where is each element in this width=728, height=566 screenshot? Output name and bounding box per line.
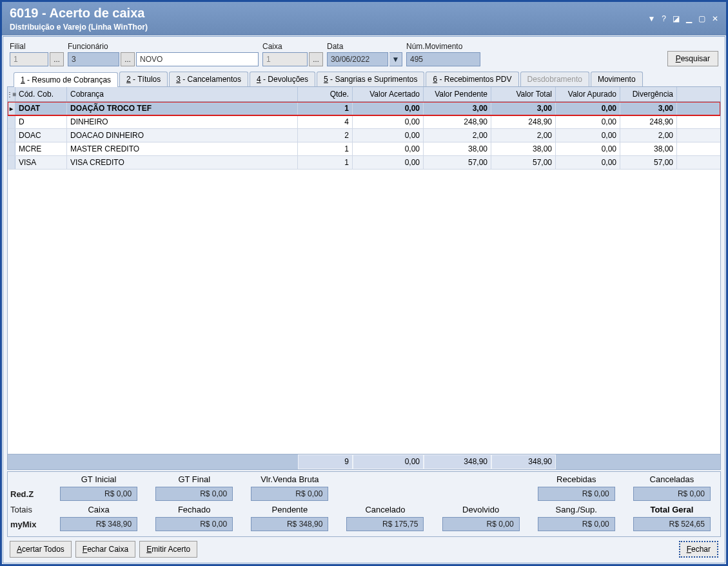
bottom-button-bar: Acertar Todos Fechar Caixa Emitir Acerto… xyxy=(7,537,721,559)
data-dropdown-icon[interactable]: ▼ xyxy=(389,52,402,66)
titlebar: 6019 - Acerto de caixa Distribuição e Va… xyxy=(2,2,726,35)
fechar-button[interactable]: Fechar xyxy=(679,541,718,558)
col-header-qtde[interactable]: Qtde. xyxy=(298,87,353,101)
col-header-valor-total[interactable]: Valor Total xyxy=(491,87,556,101)
cell-vap: 0,00 xyxy=(556,115,620,128)
tab[interactable]: 5 - Sangrias e Suprimentos xyxy=(317,72,424,86)
help-icon[interactable]: ? xyxy=(662,14,666,23)
dropdown-icon[interactable]: ▼ xyxy=(647,14,655,23)
col-header-valor-pendente[interactable]: Valor Pendente xyxy=(424,87,491,101)
cell-vp: 38,00 xyxy=(424,142,491,155)
tab[interactable]: 2 - Títulos xyxy=(119,72,168,86)
emitir-acerto-button[interactable]: Emitir Acerto xyxy=(139,541,197,558)
pendente-label: Pendente xyxy=(272,505,308,514)
content-area: Filial 1 … Funcionário 3 … NOVO Caixa 1 … xyxy=(3,36,725,563)
table-row[interactable]: ▸DOATDOAÇÃO TROCO TEF10,003,003,000,003,… xyxy=(8,102,720,115)
cell-vt: 3,00 xyxy=(491,102,556,115)
total-geral-value: R$ 524,65 xyxy=(633,517,711,531)
col-header-valor-acertado[interactable]: Valor Acertado xyxy=(353,87,424,101)
cancelado-value: R$ 175,75 xyxy=(346,517,424,531)
cell-vp: 3,00 xyxy=(424,102,491,115)
gt-inicial-label: GT Inicial xyxy=(81,474,117,484)
cell-cob: MASTER CREDITO xyxy=(67,142,298,155)
app-window: 6019 - Acerto de caixa Distribuição e Va… xyxy=(0,0,728,566)
cell-qtde: 4 xyxy=(298,115,353,128)
row-indicator xyxy=(8,115,15,128)
row-indicator xyxy=(8,142,15,155)
num-mov-label: Núm.Movimento xyxy=(406,42,480,51)
funcionario-name: NOVO xyxy=(136,52,259,66)
sang-value: R$ 0,00 xyxy=(538,517,615,531)
cell-va: 0,00 xyxy=(353,102,424,115)
grid-selector-header[interactable]: ⋮≡ xyxy=(8,87,15,101)
footer-valor-pendente: 348,90 xyxy=(424,454,491,469)
cell-div: 248,90 xyxy=(620,115,677,128)
fechar-caixa-button[interactable]: Fechar Caixa xyxy=(75,541,135,558)
mymix-label: myMix xyxy=(10,520,49,529)
filter-form: Filial 1 … Funcionário 3 … NOVO Caixa 1 … xyxy=(7,41,721,72)
window-controls: ▼ ? ◪ ▁ ▢ ✕ xyxy=(647,14,718,23)
row-indicator xyxy=(8,156,15,169)
gt-final-value: R$ 0,00 xyxy=(155,487,233,501)
redz-label: Red.Z xyxy=(10,489,49,499)
pesquisar-button[interactable]: Pesquisar xyxy=(667,51,718,66)
filial-input[interactable]: 1 xyxy=(10,52,48,66)
tab-bar: 1 - Resumo de Cobranças2 - Títulos3 - Ca… xyxy=(7,72,721,86)
col-header-cod[interactable]: Cód. Cob. xyxy=(15,87,67,101)
filial-lookup-button[interactable]: … xyxy=(50,52,64,66)
tab[interactable]: 4 - Devoluções xyxy=(250,72,315,86)
funcionario-lookup-button[interactable]: … xyxy=(121,52,135,66)
filial-label: Filial xyxy=(10,42,64,51)
cell-div: 57,00 xyxy=(620,156,677,169)
edit-icon[interactable]: ◪ xyxy=(673,14,680,23)
cell-cob: DOAÇÃO TROCO TEF xyxy=(67,102,298,115)
cell-vt: 38,00 xyxy=(491,142,556,155)
gt-final-label: GT Final xyxy=(178,474,210,484)
data-input[interactable]: 30/06/2022 xyxy=(327,52,388,66)
cell-vt: 248,90 xyxy=(491,115,556,128)
footer-valor-acertado: 0,00 xyxy=(353,454,424,469)
acertar-todos-button[interactable]: Acertar Todos xyxy=(10,541,72,558)
tab[interactable]: 3 - Cancelamentos xyxy=(169,72,248,86)
maximize-icon[interactable]: ▢ xyxy=(698,14,705,23)
window-title: 6019 - Acerto de caixa xyxy=(10,6,148,21)
recebidas-value: R$ 0,00 xyxy=(538,487,615,501)
tab[interactable]: 6 - Recebimentos PDV xyxy=(426,72,518,86)
funcionario-input[interactable]: 3 xyxy=(68,52,119,66)
table-row[interactable]: MCREMASTER CREDITO10,0038,0038,000,0038,… xyxy=(8,142,720,156)
caixa-sum-label: Caixa xyxy=(88,505,109,514)
grid: ⋮≡ Cód. Cob. Cobrança Qtde. Valor Acerta… xyxy=(7,86,721,470)
col-header-valor-apurado[interactable]: Valor Apurado xyxy=(556,87,620,101)
tab[interactable]: 1 - Resumo de Cobranças xyxy=(14,72,118,87)
minimize-icon[interactable]: ▁ xyxy=(686,14,692,23)
cell-va: 0,00 xyxy=(353,129,424,142)
table-row[interactable]: VISAVISA CREDITO10,0057,0057,000,0057,00 xyxy=(8,156,720,170)
table-row[interactable]: DDINHEIRO40,00248,90248,900,00248,90 xyxy=(8,115,720,129)
cell-vap: 0,00 xyxy=(556,142,620,155)
tab: Desdobramento xyxy=(520,72,589,86)
gt-inicial-value: R$ 0,00 xyxy=(60,487,137,501)
num-mov-input[interactable]: 495 xyxy=(406,52,480,66)
close-icon[interactable]: ✕ xyxy=(712,14,718,23)
caixa-input[interactable]: 1 xyxy=(262,52,308,66)
sang-label: Sang./Sup. xyxy=(556,505,597,514)
grid-body[interactable]: ▸DOATDOAÇÃO TROCO TEF10,003,003,000,003,… xyxy=(8,102,720,454)
footer-valor-total: 348,90 xyxy=(491,454,556,469)
cell-vt: 2,00 xyxy=(491,129,556,142)
cell-qtde: 1 xyxy=(298,142,353,155)
cell-vap: 0,00 xyxy=(556,156,620,169)
caixa-lookup-button[interactable]: … xyxy=(309,52,323,66)
pendente-value: R$ 348,90 xyxy=(251,517,328,531)
fechado-label: Fechado xyxy=(178,505,211,514)
tab[interactable]: Movimento xyxy=(591,72,643,86)
cancelado-label: Cancelado xyxy=(365,505,405,514)
col-header-divergencia[interactable]: Divergência xyxy=(620,87,677,101)
cell-cod: D xyxy=(15,115,67,128)
summary-panel: GT Inicial GT Final Vlr.Venda Bruta Rece… xyxy=(7,471,721,537)
grid-footer: 9 0,00 348,90 348,90 xyxy=(8,454,720,469)
caixa-value: R$ 348,90 xyxy=(60,517,137,531)
cell-qtde: 1 xyxy=(298,102,353,115)
table-row[interactable]: DOACDOACAO DINHEIRO20,002,002,000,002,00 xyxy=(8,129,720,142)
col-header-cobranca[interactable]: Cobrança xyxy=(67,87,298,101)
funcionario-label: Funcionário xyxy=(68,42,259,51)
